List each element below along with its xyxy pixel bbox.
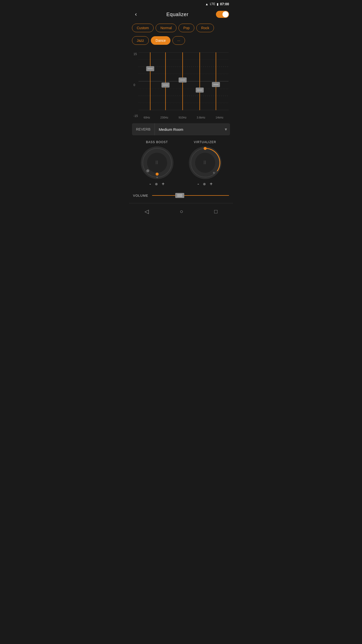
virtualizer-dots: ⠿	[203, 160, 207, 166]
signal-icon: ▲	[205, 2, 208, 6]
preset-row-1: Custom Normal Pop Rock	[129, 23, 233, 33]
eq-label-neg15: -15	[133, 114, 138, 118]
nav-recent-button[interactable]: □	[209, 206, 222, 217]
volume-row: VOLUME	[129, 190, 233, 201]
bass-boost-inner-knob: ⠿	[147, 153, 167, 173]
status-bar: ▲ LTE ▮ 07:00	[129, 0, 233, 8]
eq-graph: 15 0 -15	[131, 50, 231, 120]
preset-jazz[interactable]: Jazz	[132, 36, 149, 45]
preset-pop[interactable]: Pop	[178, 24, 194, 32]
preset-normal[interactable]: Normal	[156, 24, 176, 32]
virtualizer-plus[interactable]: +	[210, 181, 213, 187]
bass-boost-controls: - +	[149, 181, 164, 187]
preset-more[interactable]: ···	[172, 36, 185, 45]
bass-indicator-dot	[156, 173, 159, 176]
svg-point-20	[146, 169, 149, 172]
toggle-knob	[222, 11, 229, 17]
bass-boost-section: BASS BOOST ⠿ - +	[137, 140, 177, 187]
equalizer-container: 15 0 -15	[129, 48, 233, 120]
bottom-nav: ◁ ○ □	[129, 203, 233, 220]
page-title: Equalizer	[166, 12, 189, 17]
freq-label-36khz: 3.6kHz	[197, 116, 205, 119]
bass-boost-knob[interactable]: ⠿	[141, 146, 173, 179]
battery-icon: ▮	[217, 2, 218, 6]
reverb-bar[interactable]: REVERB Medium Room ▾	[132, 123, 230, 135]
bass-boost-label: BASS BOOST	[146, 140, 168, 144]
volume-slider-container[interactable]	[152, 193, 229, 198]
eq-freq-labels: 60Hz 230Hz 910Hz 3.6kHz 14kHz	[139, 116, 229, 119]
preset-row-2: Jazz Dance ···	[129, 35, 233, 46]
back-button[interactable]: ‹	[133, 10, 139, 19]
volume-label: VOLUME	[133, 194, 148, 197]
virtualizer-inner-knob: ⠿	[195, 153, 215, 173]
freq-label-910hz: 910Hz	[178, 116, 187, 119]
virtualizer-label: VIRTUALIZER	[194, 140, 216, 144]
equalizer-toggle[interactable]	[216, 11, 229, 18]
virtualizer-minus[interactable]: -	[197, 181, 199, 187]
bass-boost-plus[interactable]: +	[162, 181, 165, 187]
nav-back-button[interactable]: ◁	[140, 206, 154, 217]
status-time: 07:00	[220, 2, 229, 6]
freq-label-230hz: 230Hz	[160, 116, 168, 119]
reverb-label: REVERB	[132, 123, 155, 135]
reverb-expand-icon[interactable]: ▾	[222, 127, 230, 132]
lte-label: LTE	[210, 2, 215, 6]
eq-label-0: 0	[133, 83, 138, 87]
header: ‹ Equalizer	[129, 8, 233, 23]
bass-sub-dot	[156, 177, 158, 178]
bass-boost-dots: ⠿	[155, 160, 159, 166]
preset-rock[interactable]: Rock	[196, 24, 214, 32]
knobs-row: BASS BOOST ⠿ - + VIRTUALIZER	[129, 135, 233, 190]
svg-point-22	[204, 147, 207, 150]
volume-handle[interactable]	[175, 193, 184, 198]
freq-label-14khz: 14kHz	[215, 116, 223, 119]
reverb-value: Medium Room	[155, 127, 222, 132]
virtualizer-controls: - +	[197, 181, 212, 187]
bass-boost-minus[interactable]: -	[149, 181, 151, 187]
virtualizer-knob[interactable]: ⠿	[189, 146, 221, 179]
eq-svg	[139, 52, 229, 110]
nav-home-button[interactable]: ○	[175, 206, 188, 217]
freq-label-60hz: 60Hz	[144, 116, 150, 119]
virtualizer-section: VIRTUALIZER ⠿ - +	[185, 140, 225, 187]
virtualizer-control-dot	[203, 183, 206, 185]
preset-dance[interactable]: Dance	[151, 36, 170, 45]
preset-custom[interactable]: Custom	[132, 24, 154, 32]
eq-label-15: 15	[133, 52, 138, 56]
eq-y-labels: 15 0 -15	[133, 50, 138, 120]
bass-control-dot	[155, 183, 158, 185]
volume-track	[152, 195, 229, 196]
svg-point-23	[213, 172, 215, 174]
